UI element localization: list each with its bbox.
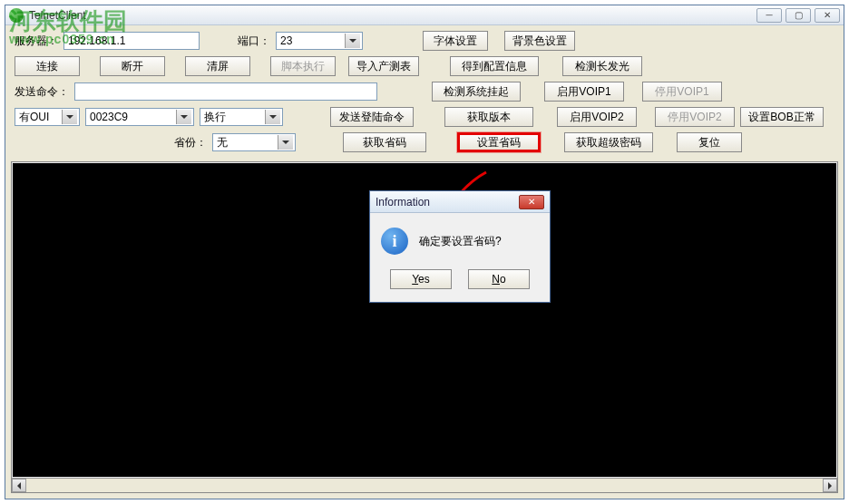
window-title: TelnetClient <box>29 9 756 22</box>
row-server: 服务器： 端口： 23 字体设置 背景色设置 <box>15 31 834 51</box>
bg-settings-button[interactable]: 背景色设置 <box>504 31 575 51</box>
oui-value-combo[interactable]: 0023C9 <box>85 108 194 126</box>
script-button[interactable]: 脚本执行 <box>270 56 336 76</box>
disable-voip1-button[interactable]: 停用VOIP1 <box>642 82 722 102</box>
toolbar-area: 服务器： 端口： 23 字体设置 背景色设置 连接 断开 清屏 脚本执行 导入产… <box>5 25 844 161</box>
font-settings-button[interactable]: 字体设置 <box>423 31 488 51</box>
app-icon <box>9 8 24 23</box>
enable-voip2-button[interactable]: 启用VOIP2 <box>557 107 637 127</box>
close-button[interactable]: ✕ <box>815 8 840 23</box>
connect-button[interactable]: 连接 <box>15 56 80 76</box>
detect-crash-button[interactable]: 检测系统挂起 <box>432 82 521 102</box>
enable-voip1-button[interactable]: 启用VOIP1 <box>544 82 624 102</box>
get-province-button[interactable]: 获取省码 <box>343 132 426 152</box>
dialog-titlebar: Information ✕ <box>370 191 550 213</box>
maximize-button[interactable]: ▢ <box>786 8 811 23</box>
dialog-body: i 确定要设置省码? <box>370 213 550 269</box>
minimize-button[interactable]: ─ <box>756 8 782 23</box>
port-label: 端口： <box>238 34 270 49</box>
set-province-button[interactable]: 设置省码 <box>457 132 541 152</box>
titlebar: TelnetClient ─ ▢ ✕ <box>5 5 844 25</box>
server-label: 服务器： <box>15 34 58 49</box>
server-input[interactable] <box>63 32 200 50</box>
info-icon: i <box>381 228 408 255</box>
import-button[interactable]: 导入产测表 <box>348 56 419 76</box>
row-connection: 连接 断开 清屏 脚本执行 导入产测表 得到配置信息 检测长发光 <box>15 56 834 76</box>
row-oui: 有OUI 0023C9 换行 发送登陆命令 获取版本 启用VOIP2 停用VOI… <box>15 107 834 127</box>
scroll-right-button[interactable] <box>823 479 837 492</box>
scroll-left-button[interactable] <box>12 479 26 492</box>
horizontal-scrollbar[interactable] <box>12 478 837 492</box>
superpwd-button[interactable]: 获取超级密码 <box>564 132 653 152</box>
window-controls: ─ ▢ ✕ <box>756 8 840 23</box>
reset-button[interactable]: 复位 <box>677 132 742 152</box>
config-button[interactable]: 得到配置信息 <box>450 56 539 76</box>
chevron-left-icon <box>17 482 21 489</box>
port-combo[interactable]: 23 <box>276 32 363 50</box>
dialog-close-button[interactable]: ✕ <box>519 195 544 209</box>
confirm-dialog: Information ✕ i 确定要设置省码? Yes No <box>369 190 551 303</box>
version-button[interactable]: 获取版本 <box>444 107 533 127</box>
disable-voip2-button[interactable]: 停用VOIP2 <box>655 107 735 127</box>
province-label: 省份： <box>174 135 207 150</box>
send-input[interactable] <box>74 82 377 101</box>
row-province: 省份： 无 获取省码 设置省码 获取超级密码 复位 <box>15 132 834 152</box>
oui-mode-combo[interactable]: 有OUI <box>15 108 80 126</box>
province-combo[interactable]: 无 <box>212 133 296 151</box>
row-send: 发送命令： 检测系统挂起 启用VOIP1 停用VOIP1 <box>15 82 834 102</box>
disconnect-button[interactable]: 断开 <box>100 56 165 76</box>
login-cmd-button[interactable]: 发送登陆命令 <box>330 107 414 127</box>
yes-button[interactable]: Yes <box>390 269 452 289</box>
dialog-message: 确定要设置省码? <box>419 234 502 249</box>
newline-combo[interactable]: 换行 <box>200 108 283 126</box>
clear-button[interactable]: 清屏 <box>185 56 250 76</box>
send-label: 发送命令： <box>15 84 69 100</box>
chevron-right-icon <box>828 482 832 489</box>
dialog-buttons: Yes No <box>370 269 550 302</box>
dialog-title-text: Information <box>376 196 519 208</box>
bob-button[interactable]: 设置BOB正常 <box>740 107 824 127</box>
detect-light-button[interactable]: 检测长发光 <box>562 56 642 76</box>
no-button[interactable]: No <box>468 269 530 289</box>
